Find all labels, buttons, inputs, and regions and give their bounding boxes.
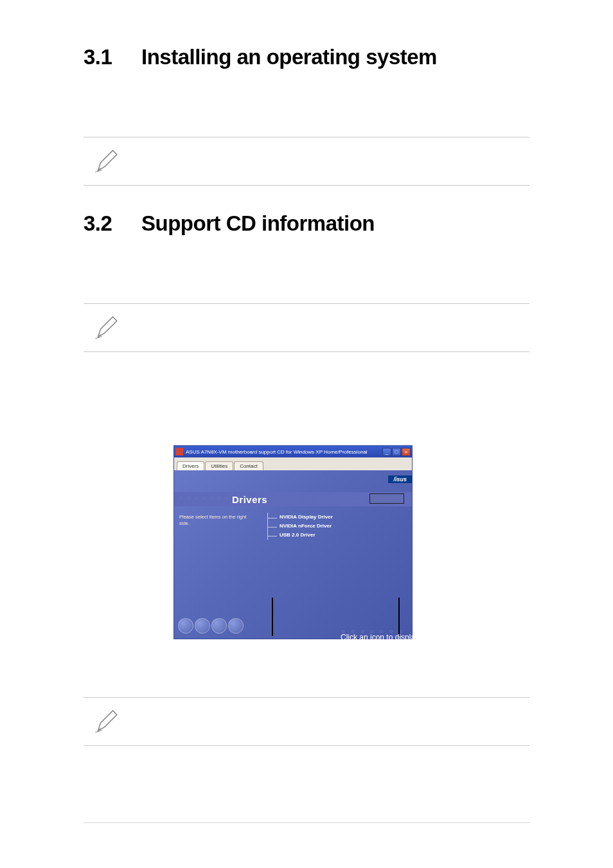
footer-left: ASUS A7N8X-VM/400	[84, 828, 166, 837]
note-1-text: Because motherboard settings and hardwar…	[135, 148, 529, 173]
round-icon[interactable]	[211, 618, 227, 633]
subsection-3-2-1-heading: 3.2.1 Running the support CD	[84, 378, 529, 391]
section-3-2-body: The support CD that came with the mother…	[84, 261, 529, 290]
note-pencil-icon	[90, 145, 122, 177]
brand-logo: /isus	[388, 475, 412, 483]
icon-highlight-box	[369, 493, 404, 504]
section-title: Support CD information	[141, 211, 375, 235]
note-box-2: The contents of the support CD are subje…	[84, 303, 529, 352]
support-cd-screenshot: ASUS A7N8X-VM motherboard support CD for…	[173, 445, 413, 639]
window-controls: _ □ ×	[382, 448, 411, 456]
section-3-2-heading: 3.2Support CD information	[84, 211, 529, 236]
side-instruction-text: Please select items on the right side.	[179, 514, 256, 527]
section-3-1-heading: 3.1Installing an operating system	[84, 45, 529, 69]
tab-drivers[interactable]: Drivers	[177, 461, 204, 470]
driver-list: NVIDIA Display Driver NVIDIA nForce Driv…	[267, 513, 333, 540]
section-number: 3.1	[84, 45, 141, 69]
footer-rule	[84, 822, 529, 823]
window-title-text: ASUS A7N8X-VM motherboard support CD for…	[186, 449, 382, 455]
section-3-1-body: This motherboard supports Windows® 2000/…	[84, 95, 529, 124]
panel-header-text: Drivers	[232, 494, 267, 505]
window-title-bar: ASUS A7N8X-VM motherboard support CD for…	[174, 446, 412, 457]
driver-item[interactable]: NVIDIA Display Driver	[268, 513, 333, 522]
callout-line-left	[272, 598, 273, 636]
round-icon[interactable]	[228, 618, 244, 633]
maximize-button[interactable]: □	[392, 448, 401, 456]
driver-item[interactable]: NVIDIA nForce Driver	[268, 522, 333, 531]
bottom-icon-row	[178, 618, 244, 633]
callout-label-left: Click an item to install	[218, 639, 293, 648]
callout-line-right	[398, 598, 400, 636]
subsection-3-2-1-body: To begin using the support CD, simply in…	[84, 401, 529, 430]
round-icon[interactable]	[178, 618, 193, 633]
section-number: 3.2	[84, 211, 141, 236]
app-window: ASUS A7N8X-VM motherboard support CD for…	[173, 445, 413, 639]
close-button[interactable]: ×	[402, 448, 411, 456]
note-box-1: Because motherboard settings and hardwar…	[84, 137, 529, 186]
round-icon[interactable]	[195, 618, 210, 633]
tab-utilities[interactable]: Utilities	[205, 461, 233, 470]
content-area: /isus ○ ○ ○ ○ ○ ○ ○ Drivers Please selec…	[174, 470, 412, 639]
app-icon	[175, 448, 183, 456]
note-pencil-icon	[90, 312, 122, 344]
note-2-text: The contents of the support CD are subje…	[135, 315, 529, 340]
note-box-3: If Autorun is NOT enabled in your comput…	[84, 697, 529, 746]
page-footer: ASUS A7N8X-VM/400 3-1	[84, 828, 529, 837]
note-3-text: If Autorun is NOT enabled in your comput…	[135, 709, 529, 734]
callout-label-right: Click an icon to display more informatio…	[341, 633, 469, 651]
section-title: Installing an operating system	[141, 45, 437, 69]
footer-right: 3-1	[517, 828, 529, 837]
tab-bar: Drivers Utilities Contact	[174, 457, 412, 470]
minimize-button[interactable]: _	[382, 448, 391, 456]
note-pencil-icon	[90, 705, 122, 738]
tab-contact[interactable]: Contact	[234, 461, 263, 470]
driver-item[interactable]: USB 2.0 Driver	[268, 531, 333, 540]
